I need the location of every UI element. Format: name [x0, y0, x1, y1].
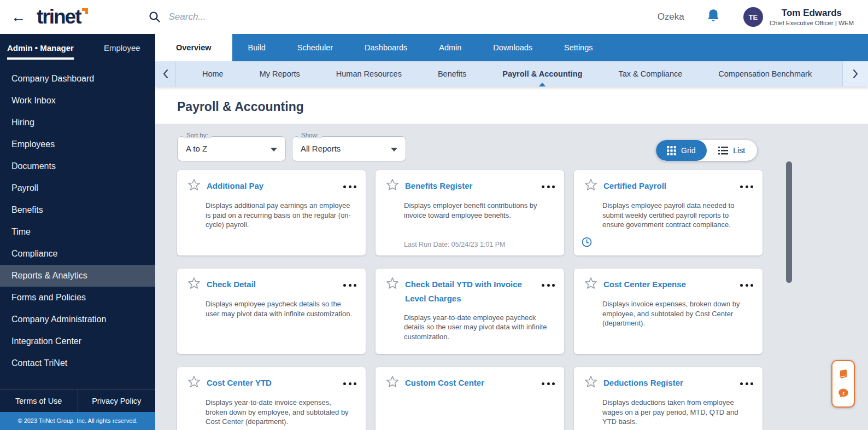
help-chat-icon[interactable]: t: [837, 387, 849, 399]
page-title: Payroll & Accounting: [155, 86, 868, 114]
report-card-check-detail-ytd-with-invoice-level-charges: Check Detail YTD with Invoice Level Char…: [376, 269, 564, 354]
chevron-down-icon: [391, 148, 397, 152]
help-book-icon[interactable]: [837, 368, 849, 380]
copyright-text: © 2023 TriNet Group. Inc. All rights res…: [0, 412, 155, 430]
card-menu-button[interactable]: [740, 381, 754, 387]
favorite-star-icon[interactable]: [584, 178, 598, 194]
subnav-item-home[interactable]: Home: [202, 69, 224, 78]
favorite-star-icon[interactable]: [385, 276, 400, 293]
view-toggle: Grid List: [656, 140, 757, 161]
chevron-left-icon[interactable]: [155, 61, 176, 86]
sidebar-item-payroll[interactable]: Payroll: [0, 177, 155, 199]
sidebar-item-time[interactable]: Time: [0, 221, 155, 243]
sidebar-item-company-dashboard[interactable]: Company Dashboard: [0, 68, 155, 90]
report-description: Displays employer benefit contributions …: [404, 201, 555, 220]
report-description: Displays employee paycheck details so th…: [206, 299, 357, 318]
favorite-star-icon[interactable]: [385, 178, 400, 194]
sort-by-select[interactable]: Sort by: A to Z: [177, 136, 286, 161]
favorite-star-icon[interactable]: [584, 276, 598, 293]
search-input[interactable]: [169, 11, 333, 22]
card-menu-button[interactable]: [740, 184, 754, 190]
sidebar: Company DashboardWork InboxHiringEmploye…: [0, 61, 155, 430]
report-link-cost-center-expense[interactable]: Cost Center Expense: [603, 277, 732, 292]
subnav-item-benefits[interactable]: Benefits: [438, 69, 466, 78]
subnav-items: HomeMy ReportsHuman ResourcesBenefitsPay…: [176, 61, 842, 86]
app-tab-scheduler[interactable]: Scheduler: [281, 34, 349, 61]
app-tab-overview[interactable]: Overview: [155, 34, 232, 61]
list-view-button[interactable]: List: [707, 140, 758, 161]
report-description: Displays year-to-date invoice expenses, …: [206, 398, 357, 427]
subnav-item-human-resources[interactable]: Human Resources: [336, 69, 402, 78]
user-avatar[interactable]: TE: [743, 7, 763, 27]
favorite-star-icon[interactable]: [187, 375, 201, 391]
sort-by-value: A to Z: [178, 137, 285, 161]
sidebar-item-hiring[interactable]: Hiring: [0, 112, 155, 133]
primary-nav: Admin • ManagerEmployee OverviewBuildSch…: [0, 34, 868, 61]
report-link-cost-center-ytd[interactable]: Cost Center YTD: [207, 376, 335, 390]
report-description: Displays employee payroll data needed to…: [602, 201, 754, 230]
sidebar-footer: Terms of UsePrivacy Policy © 2023 TriNet…: [0, 389, 155, 430]
card-menu-button[interactable]: [343, 184, 357, 190]
report-card-additional-pay: Additional PayDisplays additional pay ea…: [177, 170, 366, 255]
app-tab-dashboards[interactable]: Dashboards: [349, 34, 423, 61]
chevron-down-icon: [271, 148, 277, 152]
trinet-app-window: ← trinet Ozeka TE Tom Edwards Chief Exec…: [0, 0, 868, 430]
favorite-star-icon[interactable]: [187, 178, 201, 194]
sidebar-item-reports-analytics[interactable]: Reports & Analytics: [0, 265, 155, 287]
report-link-custom-cost-center[interactable]: Custom Cost Center: [405, 376, 533, 390]
report-link-check-detail-ytd-with-invoice-level-charges[interactable]: Check Detail YTD with Invoice Level Char…: [405, 277, 533, 306]
report-link-benefits-register[interactable]: Benefits Register: [405, 179, 533, 193]
report-description: Displays invoice expenses, broken down b…: [602, 299, 754, 328]
subnav-item-compensation-benchmark[interactable]: Compensation Benchmark: [718, 69, 812, 78]
grid-icon: [667, 146, 676, 155]
sidebar-item-integration-center[interactable]: Integration Center: [0, 330, 155, 352]
sidebar-menu: Company DashboardWork InboxHiringEmploye…: [0, 61, 155, 374]
report-link-additional-pay[interactable]: Additional Pay: [207, 179, 335, 193]
report-link-check-detail[interactable]: Check Detail: [207, 277, 335, 292]
trinet-logo[interactable]: trinet: [37, 7, 88, 26]
favorite-star-icon[interactable]: [584, 375, 598, 391]
app-tab-admin[interactable]: Admin: [423, 34, 477, 61]
app-tab-downloads[interactable]: Downloads: [477, 34, 548, 61]
trinet-logo-text: trinet: [37, 7, 81, 26]
sort-by-label: Sort by:: [183, 132, 212, 138]
sidebar-item-employees[interactable]: Employees: [0, 133, 155, 155]
favorite-star-icon[interactable]: [385, 375, 400, 391]
app-tab-build[interactable]: Build: [232, 34, 281, 61]
favorite-star-icon[interactable]: [187, 276, 201, 293]
card-menu-button[interactable]: [541, 381, 555, 387]
report-link-deductions-register[interactable]: Deductions Register: [603, 376, 732, 390]
sidebar-item-documents[interactable]: Documents: [0, 155, 155, 177]
report-link-certified-payroll[interactable]: Certified Payroll: [603, 179, 732, 193]
subnav-item-payroll-accounting[interactable]: Payroll & Accounting: [502, 69, 582, 78]
footer-link-terms-of-use[interactable]: Terms of Use: [0, 390, 78, 412]
sidebar-item-company-administration[interactable]: Company Administration: [0, 309, 155, 330]
chevron-right-icon[interactable]: [842, 61, 868, 86]
subnav-item-my-reports[interactable]: My Reports: [260, 69, 300, 78]
sidebar-item-compliance[interactable]: Compliance: [0, 243, 155, 265]
card-menu-button[interactable]: [343, 282, 357, 288]
header-right: Ozeka TE Tom Edwards Chief Executive Off…: [658, 7, 868, 27]
role-tab-employee[interactable]: Employee: [104, 36, 140, 60]
app-tab-settings[interactable]: Settings: [548, 34, 608, 61]
subnav-item-tax-compliance[interactable]: Tax & Compliance: [618, 69, 682, 78]
footer-link-privacy-policy[interactable]: Privacy Policy: [78, 390, 156, 412]
show-select[interactable]: Show: All Reports: [292, 136, 406, 161]
back-arrow-icon[interactable]: ←: [11, 10, 26, 25]
role-tab-admin-manager[interactable]: Admin • Manager: [7, 36, 74, 60]
card-menu-button[interactable]: [541, 282, 555, 288]
sidebar-item-benefits[interactable]: Benefits: [0, 199, 155, 221]
card-menu-button[interactable]: [343, 381, 357, 387]
sidebar-item-work-inbox[interactable]: Work Inbox: [0, 90, 155, 112]
sidebar-item-contact-trinet[interactable]: Contact TriNet: [0, 352, 155, 374]
last-run-date: Last Run Date: 05/24/23 1:01 PM: [404, 241, 506, 248]
report-description: Displays year-to-date employee paycheck …: [404, 313, 555, 342]
grid-view-button[interactable]: Grid: [656, 140, 707, 161]
vertical-scrollbar-thumb[interactable]: [786, 161, 792, 283]
card-menu-button[interactable]: [541, 184, 555, 190]
card-menu-button[interactable]: [740, 282, 754, 288]
report-card-cost-center-expense: Cost Center ExpenseDisplays invoice expe…: [574, 269, 763, 354]
notifications-bell-icon[interactable]: [706, 8, 720, 26]
sidebar-item-forms-and-policies[interactable]: Forms and Policies: [0, 287, 155, 309]
report-card-custom-cost-center: Custom Cost Center: [376, 367, 564, 430]
